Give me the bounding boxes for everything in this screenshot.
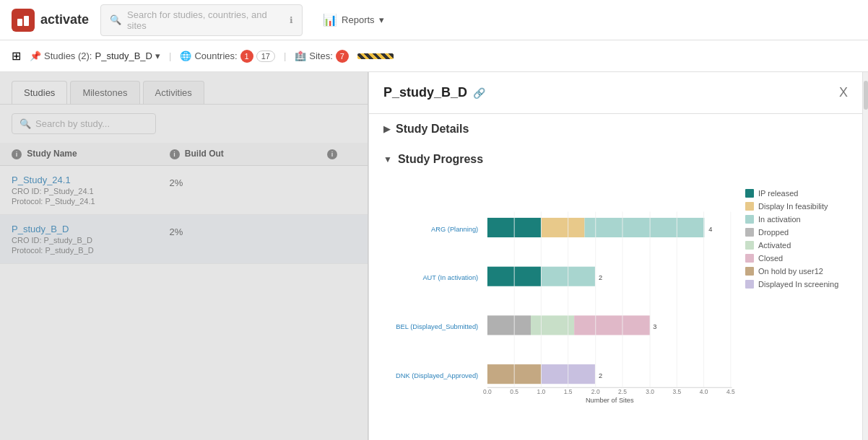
search-icon: 🔍 (110, 14, 121, 25)
svg-text:3.5: 3.5 (672, 388, 681, 395)
chevron-down-icon: ▾ (155, 50, 160, 61)
legend-label: In activation (758, 215, 801, 224)
separator-1: | (169, 50, 171, 61)
logo-icon (12, 9, 35, 32)
info-study-icon: i (12, 149, 22, 159)
extra-cell (327, 224, 356, 255)
scrollbar[interactable] (862, 72, 868, 440)
table-row[interactable]: P_study_B_D CRO ID: P_study_B_D Protocol… (0, 215, 368, 264)
svg-text:1.0: 1.0 (537, 388, 546, 395)
tab-milestones[interactable]: Milestones (70, 81, 139, 104)
study-details-section[interactable]: ▶ Study Details (369, 114, 868, 144)
study-cro-id: CRO ID: P_Study_24.1 (12, 187, 170, 195)
study-search-input[interactable]: 🔍 Search by study... (12, 113, 156, 134)
col-study-name: i Study Name (12, 149, 170, 159)
logo-text: activate (40, 12, 89, 27)
svg-rect-4 (541, 218, 584, 237)
studies-breadcrumb: 📌 Studies (2): P_study_B_D ▾ (30, 50, 160, 61)
study-name-cell: P_study_B_D CRO ID: P_study_B_D Protocol… (12, 224, 170, 255)
external-link-icon[interactable]: 🔗 (473, 87, 485, 99)
modal-title-text: P_study_B_D (383, 85, 467, 100)
right-panel: P_study_B_D 🔗 X ▶ Study Details ▼ Study … (368, 72, 868, 440)
legend-item: Display In feasibility (745, 202, 846, 211)
svg-text:4.0: 4.0 (700, 388, 708, 395)
legend-label: Closed (758, 254, 783, 263)
svg-rect-5 (585, 218, 705, 237)
countries-total: 17 (256, 50, 275, 62)
pin-icon: 📌 (30, 50, 41, 61)
reports-button[interactable]: 📊 Reports ▾ (314, 9, 393, 31)
study-progress-label: Study Progress (398, 153, 483, 166)
table-row[interactable]: P_Study_24.1 CRO ID: P_Study_24.1 Protoc… (0, 166, 368, 215)
legend-label: Display In feasibility (758, 202, 828, 211)
legend-label: Activated (758, 241, 791, 250)
countries-icon: 🌐 (180, 50, 191, 61)
extra-cell (327, 175, 356, 206)
svg-text:DNK (Displayed_Approved): DNK (Displayed_Approved) (396, 372, 478, 379)
search-placeholder: Search for studies, countries, and sites (127, 9, 281, 31)
svg-rect-14 (574, 315, 650, 335)
chart-area: ARG (Planning) 4 AUT (In activation) 2 (369, 175, 868, 440)
col-build-out: i Build Out (170, 149, 328, 159)
svg-text:Number of Sites: Number of Sites (586, 397, 634, 404)
chart-legend: IP released Display In feasibility In ac… (738, 182, 854, 426)
left-panel: Studies Milestones Activities 🔍 Search b… (0, 72, 368, 440)
striped-progress-bar (357, 53, 394, 59)
svg-text:0.0: 0.0 (483, 388, 492, 395)
main-content: Studies Milestones Activities 🔍 Search b… (0, 72, 868, 440)
legend-color (745, 228, 754, 237)
navbar: activate 🔍 Search for studies, countries… (0, 0, 868, 40)
legend-item: Displayed In screening (745, 280, 846, 289)
legend-color (745, 280, 754, 289)
tab-activities[interactable]: Activities (143, 81, 204, 104)
legend-color (745, 241, 754, 250)
logo: activate (12, 9, 89, 32)
legend-label: Displayed In screening (758, 280, 838, 289)
tabs-bar: Studies Milestones Activities (0, 72, 368, 105)
svg-rect-12 (487, 315, 531, 335)
sites-icon: 🏥 (295, 50, 306, 61)
svg-text:2.0: 2.0 (591, 388, 600, 395)
chevron-down-icon: ▾ (379, 14, 384, 25)
countries-label: Countries: (194, 50, 237, 61)
separator-2: | (284, 50, 286, 61)
bar-chart: ARG (Planning) 4 AUT (In activation) 2 (383, 182, 738, 413)
svg-text:BEL (Displayed_Submitted): BEL (Displayed_Submitted) (396, 323, 478, 330)
legend-color (745, 189, 754, 198)
build-out-cell: 2% (170, 175, 328, 206)
sites-breadcrumb: 🏥 Sites: 7 (295, 50, 349, 63)
modal-header: P_study_B_D 🔗 X (369, 72, 868, 114)
study-progress-section[interactable]: ▼ Study Progress (369, 144, 868, 175)
sites-label: Sites: (309, 50, 333, 61)
svg-text:2: 2 (599, 274, 602, 281)
search-bar[interactable]: 🔍 Search for studies, countries, and sit… (100, 4, 303, 36)
search-row: 🔍 Search by study... (0, 105, 368, 143)
bar-chart-icon: 📊 (323, 13, 337, 27)
search-icon: 🔍 (19, 118, 31, 129)
svg-text:2: 2 (599, 372, 602, 379)
legend-color (745, 202, 754, 211)
svg-text:0.5: 0.5 (510, 388, 518, 395)
study-name: P_study_B_D (12, 224, 170, 234)
reports-label: Reports (342, 14, 375, 25)
svg-text:4.5: 4.5 (726, 388, 735, 395)
svg-text:3.0: 3.0 (646, 388, 654, 395)
countries-badge: 1 (240, 50, 253, 63)
tab-studies[interactable]: Studies (12, 81, 67, 104)
legend-color (745, 215, 754, 224)
study-cro-id: CRO ID: P_study_B_D (12, 236, 170, 245)
study-protocol: Protocol: P_Study_24.1 (12, 197, 170, 206)
sites-badge: 7 (336, 50, 349, 63)
info-extra-icon: i (327, 149, 337, 159)
scrollbar-thumb[interactable] (864, 81, 868, 110)
grid-toggle-icon[interactable]: ⊞ (12, 49, 21, 63)
svg-text:AUT (In activation): AUT (In activation) (422, 274, 478, 281)
close-button[interactable]: X (833, 82, 854, 103)
legend-label: On hold by user12 (758, 267, 823, 276)
svg-text:3: 3 (653, 323, 656, 330)
study-name: P_Study_24.1 (12, 175, 170, 185)
svg-text:ARG (Planning): ARG (Planning) (431, 226, 478, 233)
svg-rect-1 (24, 16, 29, 26)
legend-item: Activated (745, 241, 846, 250)
search-placeholder-text: Search by study... (35, 118, 110, 129)
